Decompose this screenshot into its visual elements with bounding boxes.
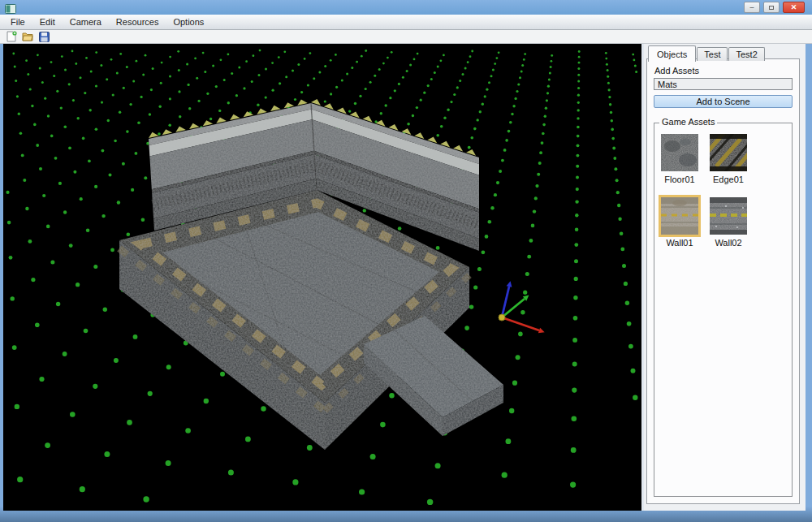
panel-tabs: Objects Test Test2 <box>648 45 766 61</box>
open-file-button[interactable] <box>21 31 34 43</box>
add-to-scene-button[interactable]: Add to Scene <box>654 95 793 108</box>
asset-edge01[interactable]: Edge01 <box>707 134 749 184</box>
menu-edit[interactable]: Edit <box>32 15 63 29</box>
asset-floor01[interactable]: Floor01 <box>659 134 701 184</box>
minimize-button[interactable]: – <box>744 2 760 13</box>
edge01-thumbnail <box>710 134 747 171</box>
menu-options[interactable]: Options <box>166 15 211 29</box>
asset-name-input[interactable] <box>654 78 793 90</box>
new-file-button[interactable] <box>5 31 18 43</box>
tab-test2[interactable]: Test2 <box>728 47 764 61</box>
wall01-thumbnail-selected <box>661 197 698 235</box>
new-file-icon <box>6 31 17 42</box>
menu-file[interactable]: File <box>3 15 32 29</box>
floor01-thumbnail <box>661 134 698 171</box>
assets-panel: Objects Test Test2 Add Assets Add to Sce… <box>644 44 806 511</box>
asset-label: Wall02 <box>707 238 749 248</box>
asset-wall01[interactable]: Wall01 <box>659 197 701 248</box>
scene-canvas <box>3 44 641 511</box>
asset-label: Wall01 <box>659 238 701 248</box>
game-assets-group: Game Assets Floor01 <box>654 123 793 497</box>
tab-objects[interactable]: Objects <box>648 45 696 62</box>
app-icon <box>5 2 16 12</box>
window-controls: – ✕ <box>744 2 805 13</box>
titlebar[interactable]: – ✕ <box>0 0 812 15</box>
menubar: File Edit Camera Resources Options <box>0 15 812 30</box>
asset-wall02[interactable]: Wall02 <box>707 197 749 248</box>
asset-label: Floor01 <box>659 175 701 184</box>
add-assets-label: Add Assets <box>654 66 793 75</box>
menu-resources[interactable]: Resources <box>109 15 166 29</box>
menu-camera[interactable]: Camera <box>63 15 109 29</box>
main-area: Objects Test Test2 Add Assets Add to Sce… <box>3 44 806 511</box>
app-window: – ✕ File Edit Camera Resources Options <box>0 0 812 522</box>
tab-test[interactable]: Test <box>697 47 728 61</box>
wall02-thumbnail <box>710 197 747 235</box>
maximize-icon <box>769 6 774 10</box>
game-assets-label: Game Assets <box>659 117 717 127</box>
3d-viewport[interactable] <box>3 44 641 511</box>
toolbar <box>0 30 812 44</box>
close-button[interactable]: ✕ <box>783 2 805 13</box>
save-file-button[interactable] <box>37 31 50 43</box>
open-folder-icon <box>22 32 34 41</box>
maximize-button[interactable] <box>763 2 780 13</box>
assets-grid: Floor01 <box>654 123 792 258</box>
objects-tab-content: Add Assets Add to Scene Game Assets <box>646 58 800 504</box>
asset-label: Edge01 <box>707 175 749 184</box>
save-icon <box>39 32 50 42</box>
